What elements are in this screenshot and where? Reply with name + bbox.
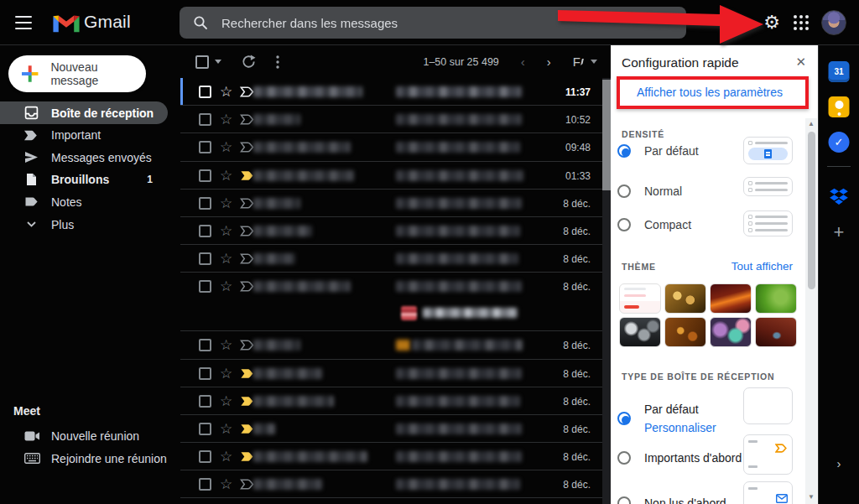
sidebar-item-bo-te-de-r-ception[interactable]: Boîte de réception [0, 101, 168, 124]
hamburger-menu-icon[interactable] [15, 16, 32, 29]
email-row[interactable]: ☆8 déc. [180, 331, 602, 359]
email-checkbox[interactable] [199, 86, 211, 98]
email-checkbox[interactable] [199, 197, 211, 210]
select-all-checkbox[interactable] [195, 55, 209, 69]
theme-tile-spheres[interactable] [619, 317, 661, 347]
sidebar-item-messages-envoy-s[interactable]: Messages envoyés [0, 146, 168, 169]
meet-item-join-meeting[interactable]: Rejoindre une réunion [0, 447, 168, 470]
input-tools-selector[interactable]: F [573, 55, 597, 69]
star-icon[interactable]: ☆ [220, 394, 232, 408]
tasks-icon[interactable]: ✓ [829, 132, 850, 153]
star-icon[interactable]: ☆ [220, 196, 232, 210]
radio-icon[interactable] [617, 184, 631, 198]
theme-tile-bokeh[interactable] [710, 317, 752, 347]
sidebar-item-plus[interactable]: Plus [0, 213, 168, 236]
inbox-type-option-2[interactable]: Importants d'abord [617, 451, 742, 465]
more-options-icon[interactable] [276, 55, 279, 69]
email-checkbox[interactable] [199, 141, 211, 153]
inbox-type-option-3[interactable]: Non lus d'abord [617, 496, 726, 504]
email-checkbox[interactable] [199, 395, 211, 408]
email-checkbox[interactable] [199, 478, 211, 491]
email-checkbox[interactable] [199, 450, 211, 463]
email-checkbox[interactable] [199, 225, 211, 237]
star-icon[interactable]: ☆ [220, 338, 232, 352]
settings-gear-icon[interactable]: ⚙ [760, 11, 784, 34]
email-row[interactable]: ☆10:52 [180, 106, 602, 133]
email-row[interactable]: ☆01:33 [180, 162, 602, 190]
scroll-down-icon[interactable]: ▼ [805, 491, 817, 502]
density-option-compact[interactable]: Compact [617, 218, 691, 231]
radio-icon[interactable] [617, 144, 631, 158]
close-icon[interactable]: ✕ [795, 55, 806, 70]
search-bar[interactable] [180, 7, 686, 39]
panel-scrollbar-thumb[interactable] [808, 132, 815, 289]
star-icon[interactable]: ☆ [220, 279, 232, 294]
newer-page-icon[interactable]: ‹ [521, 55, 525, 69]
inbox-type-option-1[interactable]: Par défautPersonnaliser [617, 403, 716, 434]
density-option-normal[interactable]: Normal [617, 184, 682, 198]
sidebar-item-important[interactable]: Important [0, 124, 168, 147]
dropbox-icon[interactable] [829, 188, 849, 209]
theme-tile-light[interactable] [619, 283, 661, 314]
plus-icon[interactable]: + [834, 221, 845, 243]
keep-icon[interactable] [829, 96, 850, 117]
account-avatar[interactable] [821, 10, 846, 35]
star-icon[interactable]: ☆ [220, 449, 232, 464]
email-checkbox[interactable] [199, 339, 211, 351]
star-icon[interactable]: ☆ [220, 224, 232, 238]
theme-tile-river[interactable] [755, 317, 797, 347]
email-row[interactable]: ☆11:37 [180, 78, 602, 106]
star-icon[interactable]: ☆ [220, 252, 232, 266]
email-checkbox[interactable] [199, 169, 211, 182]
scroll-up-icon[interactable]: ▲ [805, 118, 817, 129]
radio-icon[interactable] [617, 218, 631, 231]
email-checkbox[interactable] [199, 367, 211, 380]
meet-item-new-meeting[interactable]: Nouvelle réunion [0, 424, 168, 447]
email-row[interactable]: ☆8 déc. [180, 217, 602, 245]
email-checkbox[interactable] [199, 113, 211, 126]
theme-view-all-link[interactable]: Tout afficher [731, 260, 793, 273]
email-row[interactable]: ☆8 déc. [180, 470, 602, 498]
star-icon[interactable]: ☆ [220, 112, 232, 127]
email-row[interactable]: ☆8 déc. [180, 387, 602, 415]
email-row[interactable]: ☆8 déc. [180, 443, 602, 470]
star-icon[interactable]: ☆ [220, 85, 232, 99]
select-dropdown-icon[interactable] [215, 60, 221, 64]
personnaliser-link[interactable]: Personnaliser [644, 421, 716, 434]
mail-scrollbar[interactable] [602, 78, 611, 504]
star-icon[interactable]: ☆ [220, 140, 232, 154]
theme-tile-canyon[interactable] [710, 283, 752, 314]
see-all-settings-button[interactable]: Afficher tous les paramètres [611, 86, 809, 99]
refresh-icon[interactable] [242, 55, 256, 69]
google-apps-grid-icon[interactable] [794, 15, 809, 30]
panel-scrollbar[interactable]: ▲ ▼ [805, 118, 817, 504]
email-row[interactable]: ☆09:48 [180, 133, 602, 161]
star-icon[interactable]: ☆ [220, 366, 232, 381]
star-icon[interactable]: ☆ [220, 422, 232, 436]
density-option-default[interactable]: Par défaut [617, 144, 699, 158]
search-input[interactable] [220, 15, 686, 31]
radio-icon[interactable] [617, 451, 631, 465]
radio-icon[interactable] [617, 412, 631, 425]
theme-tile-chess[interactable] [664, 283, 706, 314]
calendar-icon[interactable]: 31 [829, 61, 850, 82]
star-icon[interactable]: ☆ [220, 169, 232, 183]
theme-tile-leaf[interactable] [755, 283, 797, 314]
star-icon[interactable]: ☆ [220, 477, 232, 491]
older-page-icon[interactable]: › [547, 55, 551, 69]
email-row[interactable]: ☆8 déc. [180, 273, 602, 331]
email-row[interactable]: ☆8 déc. [180, 415, 602, 443]
email-checkbox[interactable] [199, 280, 211, 293]
email-row[interactable]: ☆8 déc. [180, 245, 602, 273]
sidebar-item-notes[interactable]: Notes [0, 190, 168, 213]
compose-button[interactable]: Nouveau message [8, 55, 146, 92]
email-row[interactable]: ☆8 déc. [180, 360, 602, 387]
radio-icon[interactable] [617, 496, 631, 504]
sidebar-item-brouillons[interactable]: Brouillons1 [0, 169, 168, 191]
email-row[interactable]: ☆8 déc. [180, 190, 602, 217]
expand-side-panel-icon[interactable]: › [837, 456, 841, 470]
email-checkbox[interactable] [199, 423, 211, 435]
mail-scrollbar-thumb[interactable] [602, 80, 611, 190]
email-checkbox[interactable] [199, 252, 211, 265]
theme-tile-autumn[interactable] [664, 317, 706, 347]
